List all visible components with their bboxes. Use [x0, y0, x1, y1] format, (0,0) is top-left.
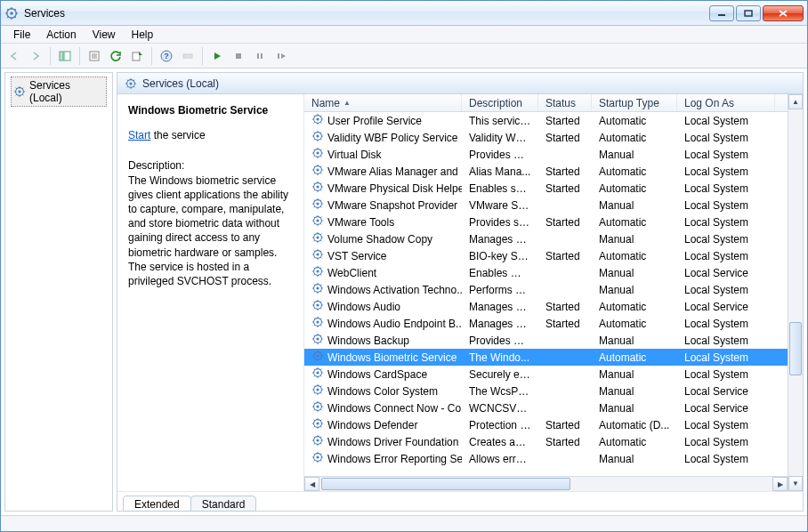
service-row[interactable]: Virtual DiskProvides m...ManualLocal Sys…: [304, 146, 788, 163]
start-service-button[interactable]: [207, 46, 227, 66]
svg-point-47: [316, 320, 319, 323]
gear-icon: [125, 77, 137, 90]
toolbar: ?: [1, 44, 807, 69]
service-row[interactable]: Windows DefenderProtection a...StartedAu…: [304, 416, 788, 433]
cell-logon: Local System: [677, 318, 775, 330]
col-status[interactable]: Status: [538, 94, 592, 111]
export-list-button[interactable]: [127, 46, 147, 66]
cell-description: Provides m...: [462, 149, 538, 161]
cell-name: Windows Color System: [304, 383, 462, 399]
svg-point-63: [316, 455, 319, 458]
stop-service-button[interactable]: [229, 46, 248, 66]
cell-name: Windows Audio: [304, 299, 462, 314]
service-row[interactable]: Windows Driver Foundation ...Creates and…: [304, 433, 788, 450]
gear-icon: [311, 147, 324, 162]
cell-logon: Local Service: [677, 385, 775, 398]
cell-name: User Profile Service: [304, 113, 462, 128]
gear-icon: [311, 434, 324, 449]
cell-name: Volume Shadow Copy: [304, 231, 462, 246]
forward-button[interactable]: [26, 46, 45, 66]
service-row[interactable]: Windows Biometric ServiceThe Windo...Aut…: [304, 349, 788, 366]
properties-button[interactable]: [85, 46, 104, 66]
restart-service-button[interactable]: [271, 46, 291, 66]
service-row[interactable]: User Profile ServiceThis service ...Star…: [304, 112, 788, 129]
service-row[interactable]: VMware Snapshot ProviderVMware Sn...Manu…: [304, 197, 788, 214]
service-row[interactable]: Windows Audio Endpoint B...Manages au...…: [304, 315, 788, 332]
cell-name: VST Service: [304, 248, 462, 263]
tree-root-node[interactable]: Services (Local): [11, 77, 107, 107]
service-row[interactable]: Windows BackupProvides Wi...ManualLocal …: [304, 332, 788, 349]
vscroll-thumb[interactable]: [789, 322, 802, 375]
titlebar[interactable]: Services: [1, 1, 807, 26]
cell-logon: Local System: [677, 165, 775, 178]
cell-name: Windows Connect Now - Co...: [304, 400, 462, 415]
pause-service-button[interactable]: [250, 46, 270, 66]
back-button[interactable]: [4, 46, 24, 66]
service-row[interactable]: Windows Color SystemThe WcsPlu...ManualL…: [304, 383, 788, 399]
tab-standard[interactable]: Standard: [190, 496, 257, 512]
menu-action[interactable]: Action: [39, 28, 83, 42]
show-hide-tree-button[interactable]: [55, 46, 75, 66]
tab-extended[interactable]: Extended: [123, 496, 191, 512]
service-row[interactable]: Windows Activation Techno...Performs W..…: [304, 281, 788, 298]
scroll-right-icon[interactable]: ▶: [772, 477, 788, 491]
menu-file[interactable]: File: [6, 28, 37, 42]
statusbar: [1, 515, 807, 531]
svg-point-29: [316, 168, 319, 171]
cell-logon: Local System: [677, 182, 775, 195]
service-row[interactable]: Windows CardSpaceSecurely en...ManualLoc…: [304, 366, 788, 383]
help-button[interactable]: ?: [157, 46, 176, 66]
svg-point-43: [316, 286, 319, 289]
svg-point-53: [316, 371, 319, 374]
window-buttons: [709, 5, 804, 21]
close-button[interactable]: [763, 5, 804, 21]
maximize-button[interactable]: [736, 5, 761, 21]
vscroll-track[interactable]: [788, 109, 803, 476]
scroll-left-icon[interactable]: ◀: [304, 477, 319, 491]
start-link[interactable]: Start: [128, 129, 150, 141]
service-row[interactable]: Validity WBF Policy ServiceValidity WB..…: [304, 129, 788, 146]
col-logon[interactable]: Log On As: [677, 94, 775, 111]
cell-startup: Automatic: [592, 115, 677, 127]
sort-asc-icon: ▲: [343, 99, 351, 107]
hscroll-thumb[interactable]: [321, 478, 570, 490]
cell-startup: Automatic (D...: [592, 419, 677, 431]
cell-name: VMware Alias Manager and ...: [304, 164, 462, 179]
svg-rect-10: [133, 52, 140, 60]
minimize-button[interactable]: [709, 5, 734, 21]
service-row[interactable]: VMware Physical Disk Helpe...Enables sup…: [304, 180, 788, 197]
action-button[interactable]: [178, 46, 198, 66]
service-row[interactable]: VMware ToolsProvides su...StartedAutomat…: [304, 214, 788, 230]
horizontal-scrollbar[interactable]: ◀ ▶: [304, 476, 788, 491]
scroll-up-icon[interactable]: ▲: [788, 94, 803, 109]
cell-status: Started: [538, 132, 592, 144]
toolbar-separator: [151, 47, 152, 65]
service-rows[interactable]: User Profile ServiceThis service ...Star…: [304, 112, 788, 476]
menu-help[interactable]: Help: [125, 28, 161, 42]
refresh-button[interactable]: [106, 46, 125, 66]
vertical-scrollbar[interactable]: ▲ ▼: [788, 94, 803, 491]
service-row[interactable]: Windows Connect Now - Co...WCNCSVC ...Ma…: [304, 399, 788, 416]
col-startup[interactable]: Startup Type: [592, 94, 677, 111]
scroll-down-icon[interactable]: ▼: [788, 476, 803, 491]
col-name[interactable]: Name▲: [304, 94, 462, 111]
service-row[interactable]: VMware Alias Manager and ...Alias Mana..…: [304, 163, 788, 180]
service-row[interactable]: WebClientEnables Win...ManualLocal Servi…: [304, 264, 788, 281]
cell-logon: Local Service: [677, 301, 775, 313]
cell-name: VMware Physical Disk Helpe...: [304, 181, 462, 196]
service-row[interactable]: VST ServiceBIO-key Ser...StartedAutomati…: [304, 247, 788, 264]
service-row[interactable]: Windows Error Reporting Ser...Allows err…: [304, 450, 788, 467]
gear-icon: [311, 451, 324, 466]
svg-point-31: [316, 185, 319, 188]
cell-name: Windows Driver Foundation ...: [304, 434, 462, 449]
tree-pane[interactable]: Services (Local): [4, 72, 113, 512]
service-row[interactable]: Windows AudioManages au...StartedAutomat…: [304, 298, 788, 315]
cell-description: Protection a...: [462, 419, 538, 431]
column-headers: Name▲ Description Status Startup Type Lo…: [304, 94, 788, 112]
menu-view[interactable]: View: [85, 28, 123, 42]
cell-logon: Local System: [677, 216, 775, 229]
service-row[interactable]: Volume Shadow CopyManages an...ManualLoc…: [304, 230, 788, 247]
cell-description: VMware Sn...: [462, 199, 538, 212]
hscroll-track[interactable]: [319, 477, 772, 491]
col-description[interactable]: Description: [462, 94, 538, 111]
